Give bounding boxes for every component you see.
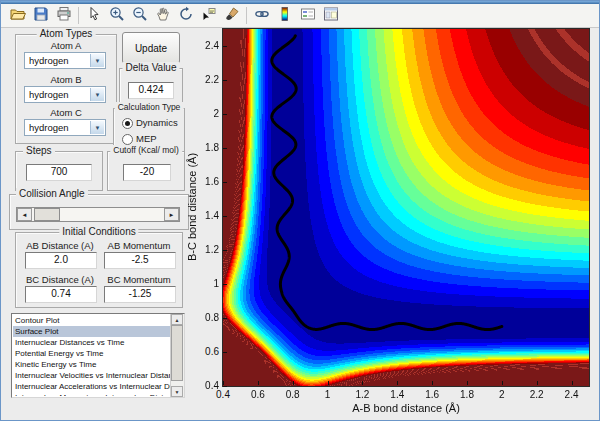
scrollbar-thumb[interactable] [171, 325, 183, 381]
y-tick-mark [223, 250, 227, 251]
radio-dynamics-label: Dynamics [136, 117, 178, 128]
y-tick-mark [223, 318, 227, 319]
plot-type-listbox[interactable]: Contour PlotSurface PlotInternuclear Dis… [11, 313, 185, 398]
slider-thumb[interactable] [34, 208, 60, 221]
y-tick-mark [223, 216, 227, 217]
collision-angle-slider[interactable]: ◄ ► [16, 207, 180, 222]
chevron-down-icon[interactable]: ▼ [90, 54, 104, 67]
y-tick-mark [223, 352, 227, 353]
y-tick-mark [223, 182, 227, 183]
ab-momentum-input[interactable]: -2.5 [104, 252, 176, 269]
axes-box [222, 28, 590, 387]
atom-b-select[interactable]: hydrogen ▼ [24, 86, 106, 103]
atom-c-select[interactable]: hydrogen ▼ [24, 119, 106, 136]
x-tick-mark [362, 381, 363, 385]
x-tick-label: 1.8 [452, 389, 482, 400]
list-item[interactable]: Internuclear Velocities vs Internuclear … [13, 370, 170, 381]
atom-c-value: hydrogen [29, 122, 69, 133]
open-folder-icon [10, 6, 26, 26]
radio-mep-label: MEP [136, 133, 157, 144]
atom-a-select[interactable]: hydrogen ▼ [24, 52, 106, 69]
atom-b-value: hydrogen [29, 89, 69, 100]
bc-momentum-label: BC Momentum [102, 274, 176, 285]
atom-types-title: Atom Types [37, 28, 96, 39]
y-tick-label: 1.8 [196, 142, 219, 153]
steps-input[interactable]: 700 [26, 164, 92, 181]
delta-value-input[interactable]: 0.424 [128, 82, 174, 99]
x-tick-label: 2.4 [557, 389, 587, 400]
y-tick-label: 2.2 [196, 74, 219, 85]
list-item[interactable]: Potential Energy vs Time [13, 348, 170, 359]
calculation-type-title: Calculation Type [115, 102, 184, 112]
open-button[interactable] [6, 4, 29, 27]
x-tick-label: 1.4 [382, 389, 412, 400]
rotate-3d-icon [178, 6, 194, 26]
y-tick-label: 1.2 [196, 244, 219, 255]
initial-conditions-title: Initial Conditions [59, 226, 138, 237]
listbox-scrollbar[interactable]: ▲ ▼ [170, 314, 184, 397]
legend-icon [300, 6, 316, 26]
zoom-in-button[interactable] [105, 4, 128, 27]
atom-b-label: Atom B [16, 74, 116, 85]
y-tick-label: 2.4 [196, 40, 219, 51]
radio-dynamics[interactable] [122, 118, 133, 129]
y-tick-mark [223, 46, 227, 47]
chevron-down-icon[interactable]: ▼ [90, 88, 104, 101]
x-axis-label: A-B bond distance (Å) [223, 402, 589, 414]
y-tick-mark [223, 284, 227, 285]
update-button[interactable]: Update [122, 32, 180, 64]
atom-a-label: Atom A [16, 40, 116, 51]
pes-contour-plot[interactable] [223, 29, 589, 386]
link-plots-button[interactable] [250, 4, 273, 27]
pan-button[interactable] [151, 4, 174, 27]
list-item[interactable]: Kinetic Energy vs Time [13, 359, 170, 370]
list-item[interactable]: Internuclear Momenta vs Internuclear Dis… [13, 392, 170, 396]
x-tick-mark [467, 381, 468, 385]
plot-tools-button[interactable] [319, 4, 342, 27]
chevron-down-icon[interactable]: ▼ [90, 121, 104, 134]
rotate-3d-button[interactable] [174, 4, 197, 27]
radio-mep[interactable] [122, 134, 133, 145]
ab-distance-input[interactable]: 2.0 [25, 252, 97, 269]
cutoff-panel: Cutoff (Kcal/ mol) -20 [107, 151, 185, 191]
brush-button[interactable] [220, 4, 243, 27]
list-item[interactable]: Surface Plot [13, 326, 170, 337]
steps-title: Steps [23, 145, 55, 156]
printer-icon [56, 6, 72, 26]
y-tick-label: 1.6 [196, 176, 219, 187]
list-item[interactable]: Internuclear Accelerations vs Internucle… [13, 381, 170, 392]
slider-right-arrow[interactable]: ► [164, 208, 179, 221]
y-tick-label: 2 [196, 108, 219, 119]
insert-colorbar-button[interactable] [273, 4, 296, 27]
save-button[interactable] [29, 4, 52, 27]
bc-distance-input[interactable]: 0.74 [25, 286, 97, 303]
cutoff-input[interactable]: -20 [123, 164, 171, 181]
y-tick-label: 1 [196, 278, 219, 289]
atom-a-value: hydrogen [29, 55, 69, 66]
collision-angle-title: Collision Angle [16, 188, 88, 199]
data-cursor-button[interactable] [197, 4, 220, 27]
y-tick-mark [223, 114, 227, 115]
scroll-down-icon[interactable]: ▼ [171, 386, 183, 397]
bc-momentum-input[interactable]: -1.25 [104, 286, 176, 303]
insert-legend-button[interactable] [296, 4, 319, 27]
slider-left-arrow[interactable]: ◄ [17, 208, 32, 221]
y-tick-label: 0.8 [196, 312, 219, 323]
zoom-out-button[interactable] [128, 4, 151, 27]
x-tick-mark [572, 381, 573, 385]
x-tick-mark [537, 381, 538, 385]
plot-tools-icon [323, 6, 339, 26]
list-item[interactable]: Internuclear Distances vs Time [13, 337, 170, 348]
chain-link-icon [254, 6, 270, 26]
y-tick-label: 0.4 [196, 380, 219, 391]
scroll-up-icon[interactable]: ▲ [171, 314, 183, 325]
list-item[interactable]: Contour Plot [13, 315, 170, 326]
x-tick-mark [432, 381, 433, 385]
bc-distance-label: BC Distance (A) [22, 274, 98, 285]
edit-plot-button[interactable] [82, 4, 105, 27]
toolbar-separator [78, 7, 79, 24]
plot-type-list: Contour PlotSurface PlotInternuclear Dis… [13, 315, 170, 396]
print-button[interactable] [52, 4, 75, 27]
x-tick-label: 1 [313, 389, 343, 400]
x-tick-mark [258, 381, 259, 385]
